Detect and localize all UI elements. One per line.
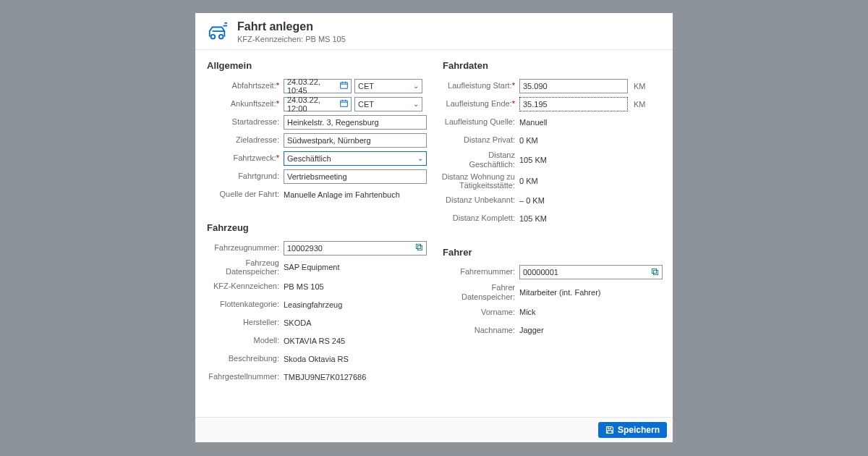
- beschreibung-label: Beschreibung:: [205, 354, 284, 363]
- distanz-wohnung-label: Distanz Wohnung zu Tätigkeitsstätte:: [441, 172, 519, 190]
- svg-rect-16: [653, 270, 658, 274]
- fahrzeugnummer-input[interactable]: 10002930: [284, 241, 427, 256]
- dialog-header: Fahrt anlegen KFZ-Kennzeichen: PB MS 105: [195, 13, 673, 50]
- chevron-down-icon: ⌄: [417, 154, 423, 162]
- svg-rect-5: [341, 83, 348, 88]
- startadresse-label: Startadresse:: [205, 117, 284, 127]
- fahrtzweck-select[interactable]: Geschäftlich ⌄: [284, 151, 427, 166]
- svg-rect-9: [341, 101, 348, 106]
- fahrer-datenspeicher-label: Fahrer Datenspeicher:: [441, 283, 519, 302]
- calendar-icon[interactable]: [340, 99, 348, 109]
- save-button[interactable]: Speichern: [598, 422, 667, 438]
- abfahrtszeit-input[interactable]: 24.03.22, 10:45: [284, 79, 352, 93]
- dialog-panel: Fahrt anlegen KFZ-Kennzeichen: PB MS 105…: [195, 13, 673, 442]
- car-icon: [207, 22, 229, 43]
- hersteller-value: SKODA: [284, 318, 427, 327]
- save-icon: [605, 426, 614, 434]
- vorname-label: Vorname:: [441, 308, 519, 317]
- laufleistung-ende-label: Laufleistung Ende:*: [441, 99, 519, 109]
- abfahrtszeit-label: Abfahrtszeit:*: [205, 81, 284, 90]
- right-column: Fahrdaten Laufleistung Start:* 35.090 KM…: [434, 54, 670, 414]
- fahrtzweck-label: Fahrtzweck:*: [205, 153, 284, 163]
- quelle-label: Quelle der Fahrt:: [205, 190, 284, 199]
- unit-km: KM: [634, 100, 646, 109]
- nachname-value: Jagger: [519, 326, 663, 334]
- laufleistung-ende-input[interactable]: 35.195: [519, 97, 628, 111]
- quelle-value: Manuelle Anlage im Fahrtenbuch: [284, 190, 427, 199]
- laufleistung-start-input[interactable]: 35.090: [519, 79, 628, 93]
- kennzeichen-label: KFZ-Kennzeichen:: [205, 282, 284, 291]
- dialog-footer: Speichern: [195, 417, 673, 442]
- nachname-label: Nachname:: [441, 326, 519, 335]
- modell-label: Modell:: [205, 336, 284, 345]
- section-fahrzeug: Fahrzeug: [207, 222, 427, 233]
- distanz-wohnung-value: 0 KM: [519, 177, 663, 185]
- page-subtitle: KFZ-Kennzeichen: PB MS 105: [237, 35, 346, 43]
- left-column: Allgemein Abfahrtszeit:* 24.03.22, 10:45…: [198, 54, 434, 414]
- unit-km: KM: [634, 82, 646, 90]
- section-fahrer: Fahrer: [443, 247, 663, 258]
- fahrernummer-input[interactable]: 00000001: [519, 265, 663, 279]
- vorname-value: Mick: [519, 308, 663, 316]
- distanz-privat-label: Distanz Privat:: [441, 135, 519, 145]
- fahrzeug-datenspeicher-value: SAP Equipment: [284, 263, 427, 271]
- abfahrtszeit-tz-select[interactable]: CET ⌄: [354, 79, 422, 93]
- laufleistung-quelle-value: Manuell: [519, 118, 663, 127]
- fahrtgrund-input[interactable]: Vertriebsmeeting: [284, 169, 427, 184]
- fahrzeug-datenspeicher-label: Fahrzeug Datenspeicher:: [205, 258, 284, 276]
- beschreibung-value: Skoda Oktavia RS: [284, 355, 427, 363]
- kennzeichen-value: PB MS 105: [284, 282, 427, 291]
- fahrtgrund-label: Fahrtgrund:: [205, 172, 284, 181]
- ankunftszeit-tz-select[interactable]: CET ⌄: [354, 97, 422, 111]
- section-fahrdaten: Fahrdaten: [443, 60, 663, 71]
- zieladresse-label: Zieladresse:: [205, 135, 284, 145]
- startadresse-input[interactable]: Heinkelstr. 3, Regensburg: [284, 115, 427, 130]
- fahrer-datenspeicher-value: Mitarbeiter (int. Fahrer): [519, 288, 663, 297]
- fahrgestell-value: TMBJU9NE7K0127686: [284, 373, 427, 381]
- laufleistung-quelle-label: Laufleistung Quelle:: [441, 117, 519, 127]
- chevron-down-icon: ⌄: [413, 100, 419, 108]
- svg-rect-14: [417, 245, 422, 250]
- distanz-privat-value: 0 KM: [519, 136, 663, 145]
- value-help-icon[interactable]: [415, 243, 423, 253]
- svg-rect-17: [608, 427, 611, 429]
- dialog-body: Allgemein Abfahrtszeit:* 24.03.22, 10:45…: [195, 50, 673, 417]
- svg-point-0: [211, 35, 216, 39]
- page-title: Fahrt anlegen: [237, 20, 346, 33]
- svg-rect-15: [652, 269, 656, 273]
- calendar-icon[interactable]: [340, 81, 348, 90]
- fahrgestell-label: Fahrgestellnummer:: [205, 372, 284, 381]
- laufleistung-start-label: Laufleistung Start:*: [441, 81, 519, 90]
- distanz-unbekannt-label: Distanz Unbekannt:: [441, 195, 519, 205]
- flottenkategorie-label: Flottenkategorie:: [205, 300, 284, 309]
- fahrernummer-label: Fahrernummer:: [441, 267, 519, 276]
- svg-point-1: [219, 35, 224, 39]
- distanz-komplett-value: 105 KM: [519, 214, 663, 223]
- ankunftszeit-input[interactable]: 24.03.22, 12:00: [284, 97, 352, 111]
- distanz-unbekannt-value: – 0 KM: [519, 196, 663, 205]
- hersteller-label: Hersteller:: [205, 318, 284, 327]
- chevron-down-icon: ⌄: [413, 82, 419, 90]
- fahrzeugnummer-label: Fahrzeugnummer:: [205, 243, 284, 253]
- zieladresse-input[interactable]: Südwestpark, Nürnberg: [284, 133, 427, 148]
- flottenkategorie-value: Leasingfahrzeug: [284, 300, 427, 309]
- svg-rect-18: [608, 431, 612, 434]
- distanz-geschaeftlich-label: Distanz Geschäftlich:: [441, 151, 519, 169]
- modell-value: OKTAVIA RS 245: [284, 337, 427, 345]
- distanz-komplett-label: Distanz Komplett:: [441, 214, 519, 223]
- value-help-icon[interactable]: [651, 268, 659, 277]
- distanz-geschaeftlich-value: 105 KM: [519, 156, 663, 164]
- section-allgemein: Allgemein: [207, 60, 427, 71]
- ankunftszeit-label: Ankunftszeit:*: [205, 99, 284, 109]
- svg-rect-13: [416, 244, 420, 248]
